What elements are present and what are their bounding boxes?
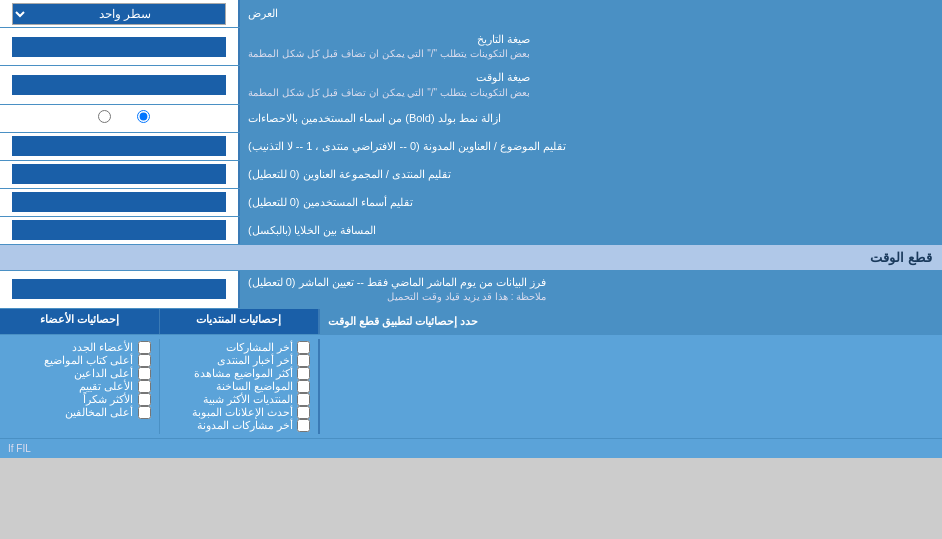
stats-col1-item-1: أخر المشاركات	[168, 341, 311, 354]
cutoff-section-header: قطع الوقت	[0, 245, 942, 271]
stats-col2-item-3: أعلى الداعين	[8, 367, 151, 380]
time-format-hint: بعض التكوينات يتطلب "/" التي يمكن ان تضا…	[248, 86, 530, 100]
cutoff-section-title: قطع الوقت	[870, 250, 932, 265]
header-row: العرض سطر واحد سطرين ثلاثة أسطر	[0, 0, 942, 28]
time-format-input-container: H:i	[0, 66, 240, 103]
cells-spacing-text: المسافة بين الخلايا (بالبكسل)	[248, 223, 377, 238]
bold-remove-row: ازالة نمط بولد (Bold) من اسماء المستخدمي…	[0, 105, 942, 133]
stats-col1-check-4[interactable]	[297, 380, 310, 393]
topics-order-label: تقليم الموضوع / العناوين المدونة (0 -- ا…	[240, 133, 942, 160]
stats-apply-label: حدد إحصائيات لتطبيق قطع الوقت	[320, 309, 942, 334]
main-container: العرض سطر واحد سطرين ثلاثة أسطر صيغة الت…	[0, 0, 942, 458]
stats-col1-header: إحصائيات المنتديات	[159, 309, 319, 334]
bold-remove-text: ازالة نمط بولد (Bold) من اسماء المستخدمي…	[248, 111, 501, 126]
stats-col1-check-2[interactable]	[297, 354, 310, 367]
header-dropdown-container: سطر واحد سطرين ثلاثة أسطر	[0, 0, 240, 27]
display-mode-select[interactable]: سطر واحد سطرين ثلاثة أسطر	[12, 3, 226, 25]
stats-col2-checkboxes: الأعضاء الجدد أعلى كتاب المواضيع أعلى ال…	[0, 339, 159, 434]
stats-col1-check-5[interactable]	[297, 393, 310, 406]
date-format-input-container: d-m	[0, 28, 240, 65]
stats-header-row: حدد إحصائيات لتطبيق قطع الوقت إحصائيات ا…	[0, 309, 942, 335]
header-title-text: العرض	[248, 6, 278, 21]
cells-spacing-row: المسافة بين الخلايا (بالبكسل) 2	[0, 217, 942, 245]
stats-col1-item-2: أخر أخبار المنتدى	[168, 354, 311, 367]
forum-order-input-container: 33	[0, 161, 240, 188]
stats-col1-item-5: المنتديات الأكثر شبية	[168, 393, 311, 406]
stats-col2-check-6[interactable]	[138, 406, 151, 419]
stats-col1-check-7[interactable]	[297, 419, 310, 432]
stats-col1-item-4: المواضيع الساخنة	[168, 380, 311, 393]
header-label: العرض	[240, 0, 942, 27]
bold-no-radio[interactable]	[98, 110, 111, 123]
cells-spacing-input-container: 2	[0, 217, 240, 244]
topics-order-input-container: 33	[0, 133, 240, 160]
stats-col2-check-5[interactable]	[138, 393, 151, 406]
stats-col-headers: إحصائيات المنتديات إحصائيات الأعضاء	[0, 309, 320, 334]
topics-order-input[interactable]: 33	[12, 136, 226, 156]
stats-col2-item-6: أعلى المخالفين	[8, 406, 151, 419]
topics-order-text: تقليم الموضوع / العناوين المدونة (0 -- ا…	[248, 139, 566, 154]
footer-note-text: If FIL	[8, 443, 31, 454]
stats-col2-check-2[interactable]	[138, 354, 151, 367]
stats-col1-item-6: أحدث الإعلانات المبوبة	[168, 406, 311, 419]
forum-order-label: تقليم المنتدى / المجموعة العناوين (0 للت…	[240, 161, 942, 188]
stats-col2-check-3[interactable]	[138, 367, 151, 380]
cutoff-days-label: فرز البيانات من يوم الماشر الماضي فقط --…	[240, 271, 942, 308]
users-order-text: تقليم أسماء المستخدمين (0 للتعطيل)	[248, 195, 413, 210]
forum-order-text: تقليم المنتدى / المجموعة العناوين (0 للت…	[248, 167, 451, 182]
bold-yes-radio[interactable]	[137, 110, 150, 123]
stats-col2-item-1: الأعضاء الجدد	[8, 341, 151, 354]
stats-col2-header: إحصائيات الأعضاء	[0, 309, 159, 334]
bold-no-label: لا	[88, 110, 110, 126]
users-order-row: تقليم أسماء المستخدمين (0 للتعطيل) 0	[0, 189, 942, 217]
footer-note-area: If FIL	[0, 439, 942, 458]
forum-order-input[interactable]: 33	[12, 164, 226, 184]
stats-col2-check-4[interactable]	[138, 380, 151, 393]
forum-order-row: تقليم المنتدى / المجموعة العناوين (0 للت…	[0, 161, 942, 189]
bold-radio-group: نعم لا	[78, 110, 159, 126]
date-format-hint: بعض التكوينات يتطلب "/" التي يمكن ان تضا…	[248, 47, 530, 61]
stats-col1-item-3: أكثر المواضيع مشاهدة	[168, 367, 311, 380]
date-format-row: صيغة التاريخ بعض التكوينات يتطلب "/" الت…	[0, 28, 942, 66]
stats-checkboxes-area: أخر المشاركات أخر أخبار المنتدى أكثر الم…	[0, 335, 942, 439]
stats-col1-item-7: أخر مشاركات المدونة	[168, 419, 311, 432]
cutoff-days-row: فرز البيانات من يوم الماشر الماضي فقط --…	[0, 271, 942, 309]
date-format-input[interactable]: d-m	[12, 37, 226, 57]
topics-order-row: تقليم الموضوع / العناوين المدونة (0 -- ا…	[0, 133, 942, 161]
time-format-row: صيغة الوقت بعض التكوينات يتطلب "/" التي …	[0, 66, 942, 104]
stats-col1-check-6[interactable]	[297, 406, 310, 419]
cutoff-days-input-container: 0	[0, 271, 240, 308]
bold-remove-input-container: نعم لا	[0, 105, 240, 132]
stats-spacer	[320, 339, 942, 434]
stats-checkboxes-cols: أخر المشاركات أخر أخبار المنتدى أكثر الم…	[0, 339, 320, 434]
time-format-title: صيغة الوقت	[248, 70, 530, 85]
bold-yes-label: نعم	[119, 110, 150, 126]
cells-spacing-input[interactable]: 2	[12, 220, 226, 240]
users-order-input-container: 0	[0, 189, 240, 216]
stats-col2-check-1[interactable]	[138, 341, 151, 354]
cutoff-days-note: ملاحظة : هذا قد يزيد قياد وقت التحميل	[248, 290, 546, 304]
cutoff-days-input[interactable]: 0	[12, 279, 226, 299]
time-format-label: صيغة الوقت بعض التكوينات يتطلب "/" التي …	[240, 66, 942, 103]
users-order-input[interactable]: 0	[12, 192, 226, 212]
cutoff-days-main-text: فرز البيانات من يوم الماشر الماضي فقط --…	[248, 275, 546, 290]
stats-col2-item-4: الأعلى تقييم	[8, 380, 151, 393]
stats-col1-check-3[interactable]	[297, 367, 310, 380]
time-format-input[interactable]: H:i	[12, 75, 226, 95]
bold-remove-label: ازالة نمط بولد (Bold) من اسماء المستخدمي…	[240, 105, 942, 132]
date-format-label: صيغة التاريخ بعض التكوينات يتطلب "/" الت…	[240, 28, 942, 65]
date-format-title: صيغة التاريخ	[248, 32, 530, 47]
stats-col1-checkboxes: أخر المشاركات أخر أخبار المنتدى أكثر الم…	[159, 339, 319, 434]
stats-col2-item-5: الأكثر شكراً	[8, 393, 151, 406]
stats-col1-check-1[interactable]	[297, 341, 310, 354]
stats-col2-item-2: أعلى كتاب المواضيع	[8, 354, 151, 367]
cells-spacing-label: المسافة بين الخلايا (بالبكسل)	[240, 217, 942, 244]
users-order-label: تقليم أسماء المستخدمين (0 للتعطيل)	[240, 189, 942, 216]
